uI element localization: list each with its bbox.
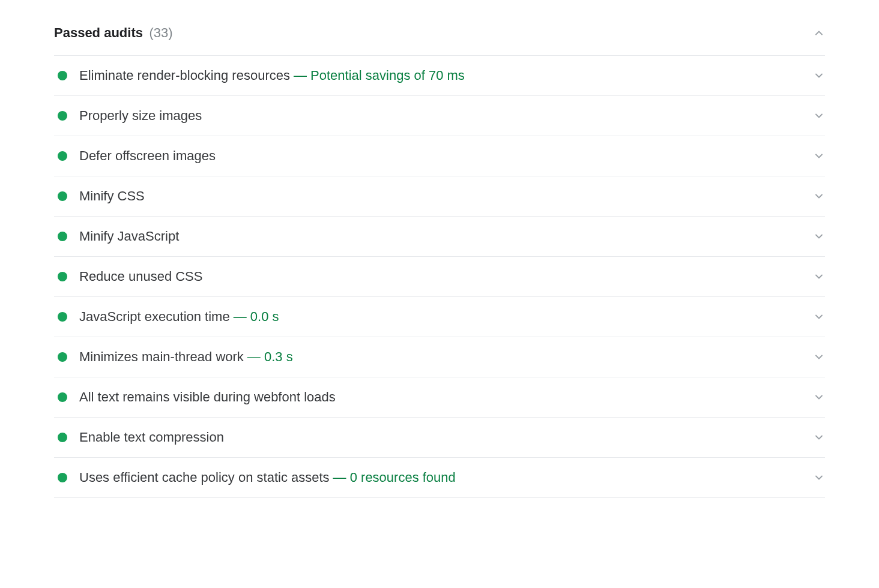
audit-row[interactable]: All text remains visible during webfont … (54, 377, 825, 418)
chevron-down-icon (813, 431, 825, 443)
chevron-down-icon (813, 311, 825, 323)
section-title: Passed audits (54, 25, 143, 40)
status-pass-icon (58, 473, 67, 482)
section-count: (33) (149, 25, 172, 40)
audit-title: Reduce unused CSS (79, 269, 202, 284)
audit-detail: 0.0 s (234, 309, 279, 324)
audit-title: Eliminate render-blocking resources (79, 68, 290, 83)
status-pass-icon (58, 352, 67, 362)
status-pass-icon (58, 232, 67, 241)
audit-row[interactable]: Reduce unused CSS (54, 257, 825, 297)
status-pass-icon (58, 111, 67, 121)
passed-audits-header[interactable]: Passed audits (33) (54, 18, 825, 56)
chevron-up-icon (813, 27, 825, 39)
chevron-down-icon (813, 271, 825, 283)
audit-title: Defer offscreen images (79, 148, 216, 163)
status-pass-icon (58, 191, 67, 201)
status-pass-icon (58, 151, 67, 161)
audit-detail: 0.3 s (247, 349, 293, 364)
audit-row[interactable]: Defer offscreen images (54, 136, 825, 176)
audit-row[interactable]: JavaScript execution time0.0 s (54, 297, 825, 337)
chevron-down-icon (813, 472, 825, 484)
audit-title: Enable text compression (79, 430, 224, 445)
chevron-down-icon (813, 110, 825, 122)
audit-detail: Potential savings of 70 ms (294, 68, 465, 83)
audit-row[interactable]: Minify CSS (54, 176, 825, 217)
audit-title: JavaScript execution time (79, 309, 230, 324)
audit-title: Properly size images (79, 108, 202, 123)
status-pass-icon (58, 392, 67, 402)
audit-title: Minimizes main-thread work (79, 349, 244, 364)
chevron-down-icon (813, 391, 825, 403)
chevron-down-icon (813, 230, 825, 242)
audit-row[interactable]: Enable text compression (54, 418, 825, 458)
status-pass-icon (58, 433, 67, 442)
chevron-down-icon (813, 150, 825, 162)
audit-title: Uses efficient cache policy on static as… (79, 470, 330, 485)
status-pass-icon (58, 312, 67, 322)
audit-title: Minify CSS (79, 188, 145, 203)
status-pass-icon (58, 272, 67, 281)
audit-row[interactable]: Uses efficient cache policy on static as… (54, 458, 825, 498)
chevron-down-icon (813, 70, 825, 82)
audit-row[interactable]: Minify JavaScript (54, 217, 825, 257)
status-pass-icon (58, 71, 67, 80)
audit-title: Minify JavaScript (79, 229, 179, 244)
chevron-down-icon (813, 190, 825, 202)
chevron-down-icon (813, 351, 825, 363)
audit-row[interactable]: Eliminate render-blocking resourcesPoten… (54, 56, 825, 96)
audit-row[interactable]: Properly size images (54, 96, 825, 136)
audit-detail: 0 resources found (333, 470, 456, 485)
audit-title: All text remains visible during webfont … (79, 389, 336, 404)
audit-row[interactable]: Minimizes main-thread work0.3 s (54, 337, 825, 377)
